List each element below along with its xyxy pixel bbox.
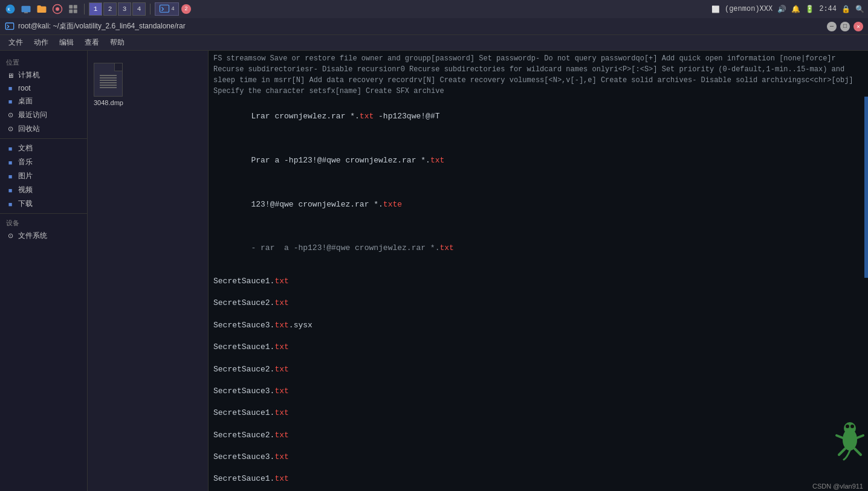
sidebar-section-places: 位置 (0, 56, 87, 68)
sidebar-item-pictures[interactable]: ■ 图片 (0, 169, 87, 183)
gecko-mascot (832, 412, 868, 461)
minimize-button[interactable]: — (827, 22, 837, 31)
taskbar-divider-1 (84, 4, 85, 14)
sidebar-item-label-downloads: 下载 (18, 199, 33, 209)
svg-rect-11 (5, 23, 13, 30)
sidebar-item-recent[interactable]: ⊙ 最近访问 (0, 108, 87, 122)
taskbar-window-icon: ⬜ (711, 5, 720, 13)
sidebar-item-trash[interactable]: ⊙ 回收站 (0, 122, 87, 136)
sidebar-item-label-computer: 计算机 (18, 70, 40, 80)
file-icon-line-6 (100, 87, 117, 88)
title-bar: root@kali: ~/桌面/volatility_2.6_lin64_sta… (0, 18, 868, 35)
sidebar-item-desktop[interactable]: ■ 桌面 (0, 94, 87, 108)
taskbar-terminal-active[interactable]: 4 (155, 2, 179, 16)
root-icon: ■ (6, 84, 15, 92)
title-bar-icon (5, 22, 15, 31)
svg-point-5 (56, 7, 59, 11)
term-line-3-ext: txte (383, 200, 402, 209)
taskbar-icon-misc[interactable] (66, 2, 80, 16)
taskbar-volume-icon: 🔊 (777, 5, 786, 14)
taskbar-time: 2:44 (819, 5, 837, 13)
file-area: 3048.dmp (88, 51, 209, 491)
workspace-3[interactable]: 3 (118, 2, 131, 16)
taskbar-divider-2 (150, 4, 151, 14)
sidebar-item-label-root: root (18, 84, 31, 92)
taskbar-icon-files[interactable] (35, 2, 48, 16)
svg-rect-10 (160, 5, 169, 12)
svg-rect-2 (22, 6, 31, 13)
svg-rect-3 (24, 12, 28, 13)
taskbar-extra[interactable]: 2 (181, 4, 191, 14)
term-file-ss1-1: SecretSauce1.txt (213, 276, 863, 287)
term-file-ss3-2: SecretSauce3.txt (213, 386, 863, 397)
sidebar-item-videos[interactable]: ■ 视频 (0, 183, 87, 197)
taskbar-icon-app1[interactable] (19, 2, 33, 16)
svg-point-17 (850, 425, 854, 428)
file-icon-lines (100, 75, 117, 88)
taskbar-icon-kali[interactable]: K (4, 2, 17, 16)
pictures-icon: ■ (6, 172, 15, 181)
sidebar-item-filesystem[interactable]: ⊙ 文件系统 (0, 229, 87, 243)
file-item-3048dmp[interactable]: 3048.dmp (94, 63, 123, 106)
help-text: FS streamsow Save or restore file owner … (213, 53, 863, 97)
file-icon-line-2 (100, 77, 117, 79)
term-file-ss3-3: SecretSauce3.txt (213, 452, 863, 463)
file-icon-3048dmp (94, 63, 123, 97)
menu-edit[interactable]: 编辑 (54, 36, 79, 49)
computer-icon: 🖥 (6, 71, 15, 80)
window-title: root@kali: ~/桌面/volatility_2.6_lin64_sta… (18, 21, 186, 31)
sidebar-item-computer[interactable]: 🖥 计算机 (0, 68, 87, 82)
terminal-area[interactable]: FS streamsow Save or restore file owner … (209, 51, 868, 491)
menu-help[interactable]: 帮助 (105, 36, 129, 49)
sidebar-item-root[interactable]: ■ root (0, 82, 87, 94)
docs-icon: ■ (6, 144, 15, 153)
taskbar-lock-icon: 🔒 (841, 5, 850, 14)
term-line-1-ext: txt (360, 112, 374, 121)
file-icon-line-1 (100, 75, 117, 76)
term-file-ss1-4: SecretSauce1.txt (213, 473, 863, 484)
status-bar: CSDN @vlan911 (808, 481, 868, 491)
title-bar-controls: — □ ✕ (827, 22, 863, 31)
maximize-button[interactable]: □ (840, 22, 850, 31)
term-line-3-base: 123!@#qwe crownjewlez.rar *. (251, 200, 383, 209)
taskbar-battery-icon: 🔋 (805, 5, 814, 14)
term-line-1-rest: -hp123qwe!@#T (374, 112, 439, 121)
term-line-2-ext: txt (430, 156, 444, 165)
svg-line-18 (837, 435, 843, 438)
menu-action[interactable]: 动作 (29, 36, 53, 49)
term-line-1-base: Lrar crownjewlez.rar *. (251, 112, 359, 121)
content-area: 位置 🖥 计算机 ■ root ■ 桌面 ⊙ 最近访问 ⊙ 回收站 (0, 51, 868, 491)
term-file-ss2-3: SecretSauce2.txt (213, 430, 863, 441)
sidebar-item-label-videos: 视频 (18, 185, 33, 195)
menu-file[interactable]: 文件 (4, 36, 28, 49)
sidebar-item-docs[interactable]: ■ 文档 (0, 141, 87, 155)
right-scrollbar[interactable] (864, 97, 868, 278)
gecko-svg (832, 412, 868, 461)
workspace-switcher: 1 2 3 4 (89, 2, 146, 16)
file-label-3048dmp: 3048.dmp (94, 99, 123, 106)
sidebar-item-label-docs: 文档 (18, 143, 33, 153)
term-file-ss1-2: SecretSauce1.txt (213, 342, 863, 353)
sidebar-item-downloads[interactable]: ■ 下载 (0, 197, 87, 211)
term-file-ss3-1: SecretSauce3.txt.sysx (213, 320, 863, 331)
svg-line-19 (857, 435, 863, 438)
sidebar-item-music[interactable]: ■ 音乐 (0, 155, 87, 169)
sidebar-item-label-filesystem: 文件系统 (18, 231, 47, 241)
taskbar-user: (genmon)XXX (725, 5, 772, 13)
sidebar-item-label-recent: 最近访问 (18, 110, 47, 120)
taskbar-icon-browser[interactable] (51, 2, 64, 16)
workspace-1[interactable]: 1 (89, 2, 102, 16)
menu-view[interactable]: 查看 (80, 36, 104, 49)
close-button[interactable]: ✕ (853, 22, 863, 31)
term-line-2-base: Prar a -hp123!@#qwe crownjewlez.rar *. (251, 156, 430, 165)
sidebar: 位置 🖥 计算机 ■ root ■ 桌面 ⊙ 最近访问 ⊙ 回收站 (0, 51, 88, 491)
term-line-3: 123!@#qwe crownjewlez.rar *.txte (213, 188, 863, 222)
term-file-ss2-2: SecretSauce2.txt (213, 364, 863, 375)
workspace-2[interactable]: 2 (103, 2, 117, 16)
term-line-4-base: - rar a -hp123!@#qwe crownjewlez.rar *. (251, 243, 439, 252)
title-bar-left: root@kali: ~/桌面/volatility_2.6_lin64_sta… (5, 21, 186, 31)
sidebar-item-label-trash: 回收站 (18, 124, 40, 134)
term-file-ss1-3: SecretSauce1.txt (213, 408, 863, 419)
workspace-4[interactable]: 4 (132, 2, 146, 16)
svg-rect-8 (69, 10, 73, 13)
